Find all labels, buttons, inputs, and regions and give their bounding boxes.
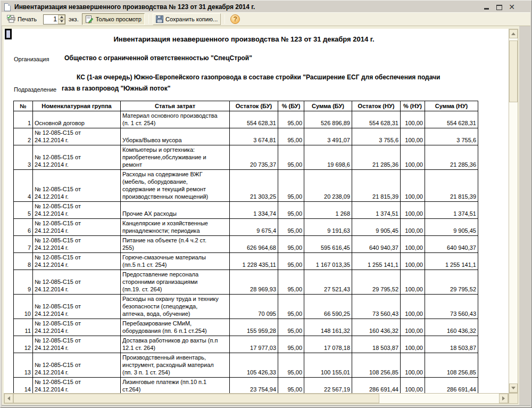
close-icon: ✕ [509,3,515,11]
table-row: 14№ 12-085-С15 от 24.12.2014 г.Лизинговы… [14,378,478,394]
report-table-body: 1Основной договорМатериал основного прои… [14,111,478,394]
table-cell-ost_bu: 105 426,33 [230,353,278,378]
table-cell-group: № 12-085-С15 от 24.12.2014 г. [33,253,121,270]
table-cell-pct_bu: 95,00 [278,353,304,378]
table-cell-sum_nu: 286 691,44 [425,378,478,394]
column-header: % (НУ) [401,101,425,111]
table-cell-sum_nu: 18 503,87 [425,336,478,353]
maximize-icon [496,5,502,10]
table-cell-sum_nu: 21 285,36 [425,145,478,170]
dept-value-line2: газа в газопровод "Южный поток" [62,85,170,92]
table-cell-ost_bu: 28 969,93 [230,270,278,295]
copies-input[interactable] [44,15,58,24]
scroll-down-button[interactable] [509,383,518,393]
table-cell-pct_nu: 100,00 [401,253,425,270]
table-cell-pct_bu: 95,00 [278,270,304,295]
view-only-toggle[interactable]: Только просмотр [82,13,145,25]
table-cell-sum_bu: 100 155,01 [304,353,352,378]
table-cell-sum_nu: 1 374,51 [425,202,478,219]
table-cell-sum_nu: 640 940,37 [425,236,478,253]
table-cell-ost_nu: 160 436,32 [352,319,401,336]
save-copy-button[interactable]: Сохранить копию... [153,13,221,25]
table-cell-sum_bu: 17 078,18 [304,336,352,353]
toolbar-separator [148,14,149,24]
table-row: 11№ 12-085-С15 от 24.12.2014 г.Перебазир… [14,319,478,336]
arrow-left-icon [7,396,10,401]
column-header: Сумма (БУ) [304,101,352,111]
table-cell-pct_nu: 100,00 [401,336,425,353]
document-icon [4,3,11,11]
table-cell-pct_nu: 100,00 [401,270,425,295]
table-cell-pct_bu: 95,00 [278,202,304,219]
table-cell-sum_nu: 29 795,52 [425,270,478,295]
table-cell-item: Компьютеры и оргтехника: приобретение,об… [121,145,230,170]
table-cell-pct_bu: 95,00 [278,128,304,145]
toolbar: Печать экз. Только просмотр [2,12,530,26]
table-cell-ost_bu: 9 675,4 [230,219,278,236]
table-cell-num: 10 [14,295,33,319]
title-bar: Инвентаризация незавершенного производст… [2,2,530,12]
scrollbar-corner [509,393,518,404]
column-header: Номенклатурная группа [33,101,121,111]
table-cell-ost_bu: 1 334,74 [230,202,278,219]
table-cell-pct_bu: 95,00 [278,336,304,353]
column-header: № [14,101,33,111]
table-cell-sum_bu: 66 590,25 [304,295,352,319]
printer-icon [7,15,15,23]
table-cell-group: № 12-085-С15 от 24.12.2014 г. [33,319,121,336]
table-cell-num: 13 [14,353,33,378]
save-copy-label: Сохранить копию... [165,16,218,22]
table-cell-sum_nu: 73 560,43 [425,295,478,319]
table-cell-pct_bu: 95,00 [278,319,304,336]
table-cell-item: Производственный инвентарь, инструмент, … [121,353,230,378]
table-cell-pct_nu: 100,00 [401,353,425,378]
scroll-left-button[interactable] [4,394,13,403]
table-row: 8№ 12-085-С15 от 24.12.2014 г.Горюче-сма… [14,253,478,270]
table-cell-pct_nu: 100,00 [401,145,425,170]
table-cell-sum_bu: 595 616,45 [304,236,352,253]
arrow-up-icon [511,32,516,35]
table-cell-item: Доставка работников до вахты (п.п 12.1 с… [121,336,230,353]
table-cell-pct_bu: 95,00 [278,219,304,236]
table-cell-ost_nu: 3 755,6 [352,128,401,145]
spin-down-button[interactable] [58,19,65,24]
table-cell-group: № 12-085-С15 от 24.12.2014 г. [33,202,121,219]
dept-label: Подразделение [14,86,56,93]
table-cell-ost_bu: 626 964,68 [230,236,278,253]
view-only-label: Только просмотр [96,16,142,22]
table-cell-sum_bu: 22 567,19 [304,378,352,394]
copies-suffix-label: экз. [68,16,80,22]
close-button[interactable]: ✕ [508,3,516,11]
table-cell-pct_bu: 95,00 [278,253,304,270]
help-button[interactable]: ? [230,14,240,24]
table-cell-group: № 12-085-С15 от 24.12.2014 г. [33,219,121,236]
scroll-right-button[interactable] [499,394,508,403]
table-cell-item: Уборка/Вывоз мусора [121,128,230,145]
vertical-scrollbar[interactable] [509,29,518,393]
table-cell-pct_nu: 100,00 [401,202,425,219]
table-cell-pct_nu: 100,00 [401,319,425,336]
scroll-up-button[interactable] [509,29,518,38]
table-row: 2№ 12-085-С15 от 24.12.2014 г.Уборка/Выв… [14,128,478,145]
spin-up-button[interactable] [58,15,65,20]
vertical-scroll-thumb[interactable] [509,40,518,102]
table-cell-ost_bu: 23 754,94 [230,378,278,394]
table-cell-ost_nu: 18 503,87 [352,336,401,353]
horizontal-scrollbar[interactable] [4,393,509,404]
table-cell-group: № 12-085-С15 от 24.12.2014 г. [33,145,121,170]
table-cell-item: Питание на объекте (п.4 ч.2 ст. 255) [121,236,230,253]
maximize-button[interactable] [495,3,503,11]
report-document: Инвентаризация незавершенного производст… [4,29,509,393]
table-cell-pct_nu: 100,00 [401,170,425,202]
arrow-down-icon [511,387,516,389]
horizontal-scroll-thumb[interactable] [13,394,379,403]
column-header: Сумма (НУ) [425,101,478,111]
table-cell-pct_bu: 95,00 [278,236,304,253]
print-button[interactable]: Печать [4,13,40,25]
minimize-button[interactable] [483,3,490,11]
table-cell-item: Лизинговые платежи (пп.10 п.1 ст.264) [121,378,230,394]
column-header: % (БУ) [278,101,304,111]
org-label: Организация [14,56,49,62]
table-cell-group: № 12-085-С15 от 24.12.2014 г. [33,128,121,145]
table-cell-ost_bu: 554 628,31 [230,111,278,128]
